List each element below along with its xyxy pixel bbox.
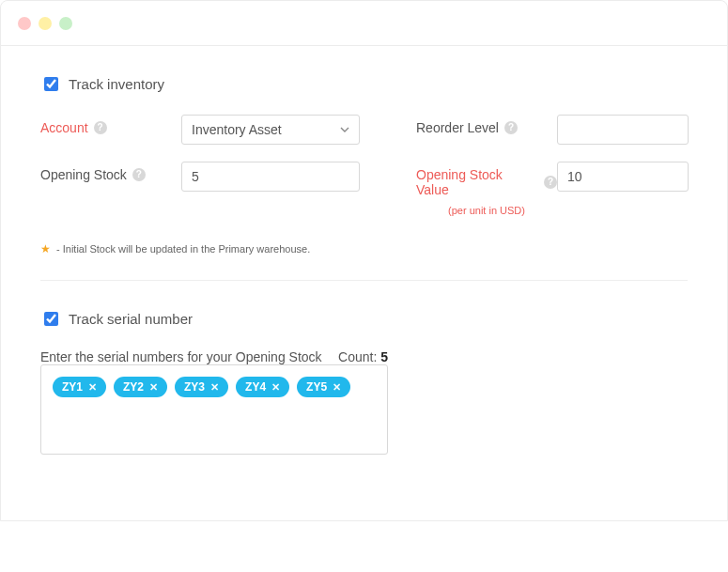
track-inventory-input[interactable] [44,77,58,91]
opening-stock-value-field [557,162,689,192]
help-icon[interactable]: ? [132,168,146,181]
track-serial-label: Track serial number [69,311,193,327]
serial-tag[interactable]: ZY4 ✕ [236,377,289,397]
serial-tag-label: ZY5 [306,380,327,394]
account-field: Inventory Asset [181,115,360,145]
form-content: Track inventory Account ? Inventory Asse… [1,46,727,520]
opening-stock-field [181,162,360,192]
app-window: Track inventory Account ? Inventory Asse… [0,0,728,521]
window-close-dot[interactable] [18,17,31,30]
track-serial-input[interactable] [44,312,58,326]
help-icon[interactable]: ? [504,121,518,134]
help-icon[interactable]: ? [94,121,107,134]
serial-tag[interactable]: ZY2 ✕ [114,377,167,397]
serial-tag[interactable]: ZY3 ✕ [175,377,228,397]
close-icon[interactable]: ✕ [88,381,97,394]
window-titlebar [1,1,727,46]
help-icon[interactable]: ? [544,176,557,189]
close-icon[interactable]: ✕ [149,381,158,394]
serial-tag-label: ZY4 [245,380,266,394]
primary-warehouse-note: ★ - Initial Stock will be updated in the… [40,242,688,255]
close-icon[interactable]: ✕ [333,381,341,394]
serial-tag-input[interactable]: ZY1 ✕ZY2 ✕ZY3 ✕ZY4 ✕ZY5 ✕ [40,364,388,455]
close-icon[interactable]: ✕ [271,381,280,394]
track-inventory-label: Track inventory [69,76,164,92]
window-minimize-dot[interactable] [39,17,52,30]
opening-stock-input[interactable] [181,162,360,192]
opening-stock-value-label: Opening Stock Value ? (per unit in USD) [416,162,557,216]
reorder-level-input[interactable] [557,115,689,145]
track-serial-checkbox[interactable]: Track serial number [40,309,688,329]
section-divider [40,280,688,281]
chevron-down-icon [340,125,349,134]
star-icon: ★ [40,242,51,255]
serial-prompt: Enter the serial numbers for your Openin… [40,349,322,364]
serial-count: Count: 5 [338,349,388,364]
reorder-level-label: Reorder Level ? [416,115,557,135]
reorder-level-field [557,115,689,145]
window-zoom-dot[interactable] [59,17,72,30]
serial-header: Enter the serial numbers for your Openin… [40,349,388,364]
serial-tag[interactable]: ZY1 ✕ [53,377,106,397]
account-select-value: Inventory Asset [192,122,282,137]
serial-tag[interactable]: ZY5 ✕ [297,377,350,397]
serial-tag-label: ZY1 [62,380,83,394]
account-select[interactable]: Inventory Asset [181,115,360,145]
inventory-grid: Account ? Inventory Asset Reorder Level … [40,115,688,216]
track-inventory-checkbox[interactable]: Track inventory [40,74,688,94]
account-label: Account ? [40,115,181,135]
serial-tag-label: ZY3 [184,380,205,394]
opening-stock-value-input[interactable] [557,162,689,192]
opening-stock-label: Opening Stock ? [40,162,181,182]
serial-tag-label: ZY2 [123,380,144,394]
close-icon[interactable]: ✕ [210,381,219,394]
